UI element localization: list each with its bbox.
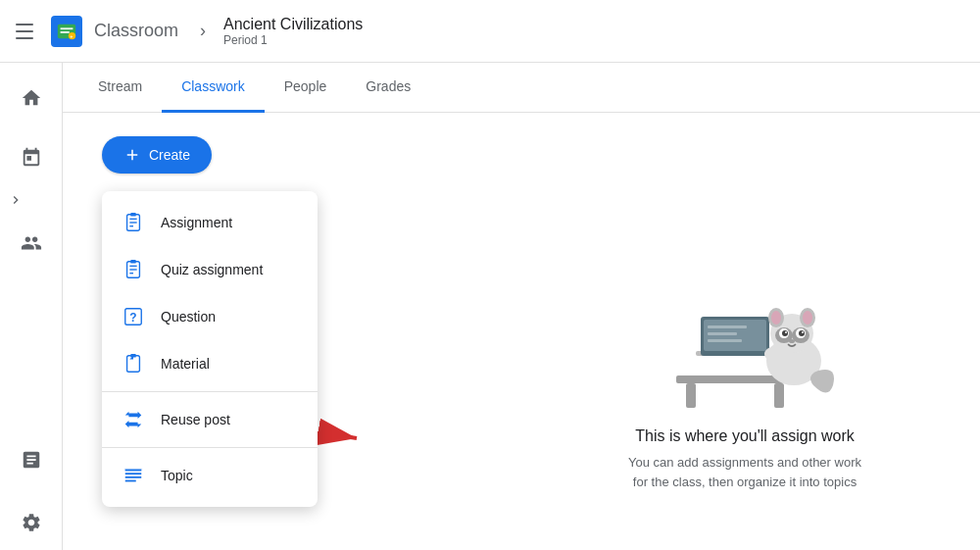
svg-rect-31 xyxy=(708,325,747,328)
sidebar xyxy=(0,63,63,550)
dropdown-divider-2 xyxy=(102,447,318,448)
svg-text:+: + xyxy=(70,32,73,38)
empty-state-subtitle: You can add assignments and other work f… xyxy=(627,453,862,491)
svg-point-38 xyxy=(771,311,781,325)
hamburger-menu[interactable] xyxy=(16,20,39,43)
question-label: Question xyxy=(161,309,216,325)
app-logo: + xyxy=(51,16,82,47)
class-period: Period 1 xyxy=(223,33,363,47)
svg-point-50 xyxy=(779,350,795,362)
settings-icon xyxy=(21,512,42,533)
svg-rect-27 xyxy=(774,383,784,408)
svg-rect-32 xyxy=(708,332,737,335)
breadcrumb-arrow: › xyxy=(200,21,206,41)
assignment-icon xyxy=(122,211,145,234)
classwork-area: Create Assignment xyxy=(63,113,980,550)
dropdown-item-reuse[interactable]: Reuse post xyxy=(102,396,318,443)
svg-rect-26 xyxy=(686,383,696,408)
sidebar-item-people[interactable] xyxy=(4,216,59,271)
reuse-label: Reuse post xyxy=(161,412,230,427)
svg-point-47 xyxy=(802,331,804,333)
dropdown-item-question[interactable]: ? Question xyxy=(102,293,318,340)
class-info: Ancient Civilizations Period 1 xyxy=(223,16,363,47)
class-name: Ancient Civilizations xyxy=(223,16,363,33)
dropdown-divider xyxy=(102,391,318,392)
reuse-icon xyxy=(122,408,145,431)
quiz-label: Quiz assignment xyxy=(161,262,263,277)
create-button-label: Create xyxy=(149,147,190,163)
main-layout: Stream Classwork People Grades Create xyxy=(0,63,980,550)
svg-rect-33 xyxy=(708,339,742,342)
svg-text:?: ? xyxy=(129,311,136,325)
empty-state: This is where you'll assign work You can… xyxy=(627,263,862,491)
svg-point-45 xyxy=(799,330,805,336)
dropdown-item-quiz[interactable]: Quiz assignment xyxy=(102,246,318,293)
svg-rect-2 xyxy=(61,31,70,33)
sidebar-expand[interactable] xyxy=(4,188,59,212)
tab-classwork[interactable]: Classwork xyxy=(162,63,265,113)
dropdown-item-topic[interactable]: Topic xyxy=(102,452,318,499)
tab-stream[interactable]: Stream xyxy=(78,63,162,113)
sidebar-item-calendar[interactable] xyxy=(4,129,59,184)
svg-point-46 xyxy=(785,331,787,333)
svg-rect-18 xyxy=(130,354,136,358)
topic-label: Topic xyxy=(161,468,193,483)
dropdown-item-material[interactable]: Material xyxy=(102,340,318,387)
svg-rect-14 xyxy=(130,260,136,264)
assignment-label: Assignment xyxy=(161,215,232,230)
quiz-icon xyxy=(122,258,145,281)
material-icon xyxy=(122,352,145,375)
question-icon: ? xyxy=(122,305,145,328)
svg-point-48 xyxy=(789,339,795,343)
create-dropdown: Assignment Quiz assignment xyxy=(102,191,318,507)
tab-grades[interactable]: Grades xyxy=(346,63,430,113)
dropdown-item-assignment[interactable]: Assignment xyxy=(102,199,318,246)
tab-people[interactable]: People xyxy=(265,63,347,113)
main-content: Stream Classwork People Grades Create xyxy=(63,63,980,550)
svg-rect-1 xyxy=(61,27,74,29)
sidebar-item-home[interactable] xyxy=(4,71,59,125)
svg-point-44 xyxy=(782,330,788,336)
topic-icon xyxy=(122,464,145,487)
tabs-bar: Stream Classwork People Grades xyxy=(63,63,980,113)
app-header: + Classroom › Ancient Civilizations Peri… xyxy=(0,0,980,63)
svg-rect-23 xyxy=(124,469,142,472)
home-icon xyxy=(21,87,42,109)
empty-state-title: This is where you'll assign work xyxy=(635,427,855,445)
todo-icon xyxy=(21,449,42,471)
sidebar-item-todo[interactable] xyxy=(4,432,59,487)
svg-point-39 xyxy=(803,311,812,325)
create-button[interactable]: Create xyxy=(102,136,212,174)
material-label: Material xyxy=(161,356,210,372)
calendar-icon xyxy=(21,146,42,168)
app-name: Classroom xyxy=(94,21,178,41)
sidebar-item-settings[interactable] xyxy=(4,495,59,550)
people-icon xyxy=(21,232,42,254)
svg-rect-9 xyxy=(130,213,136,217)
